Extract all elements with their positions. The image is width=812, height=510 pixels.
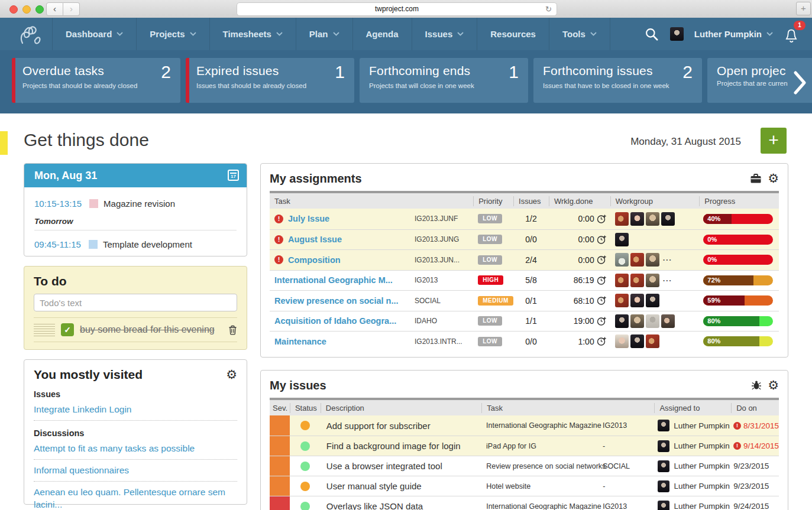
stat-card[interactable]: Forthcoming issues2Issues that have to b… — [533, 58, 702, 103]
browser-back-button[interactable]: ‹ — [46, 2, 63, 16]
task-link[interactable]: July Issue — [288, 214, 329, 223]
briefcase-icon[interactable] — [750, 173, 762, 184]
issue-task-name[interactable]: iPad App for IG — [486, 442, 536, 450]
issue-description[interactable]: Use a browser integrated tool — [321, 456, 481, 476]
task-link[interactable]: August Issue — [288, 235, 342, 244]
column-header[interactable]: Do on — [731, 403, 779, 413]
stat-card[interactable]: Expired issues1Issues that should be alr… — [186, 58, 354, 103]
avatar-red-hat-man[interactable] — [615, 212, 629, 226]
column-header[interactable]: Status — [290, 403, 321, 413]
avatar-red-hat-man[interactable] — [630, 253, 644, 267]
bug-icon[interactable] — [751, 380, 762, 391]
avatar-dark-man[interactable] — [658, 460, 669, 472]
status-dot[interactable] — [300, 502, 310, 510]
twproject-logo[interactable] — [15, 22, 45, 47]
task-link[interactable]: Acquisition of Idaho Geogra... — [274, 316, 396, 326]
add-button[interactable]: + — [761, 128, 787, 154]
search-icon[interactable] — [644, 27, 659, 42]
column-header[interactable]: Workgroup — [610, 196, 700, 206]
user-menu[interactable]: Luther Pumpkin — [694, 29, 773, 39]
visited-link[interactable]: Informal questionnaires — [34, 460, 237, 482]
status-dot[interactable] — [300, 441, 310, 451]
column-header[interactable]: Description — [321, 403, 481, 413]
gear-icon[interactable]: ⚙ — [768, 379, 779, 392]
issue-description[interactable]: Add support for subscriber — [321, 415, 481, 436]
avatar-dark-man[interactable] — [615, 314, 629, 328]
task-link[interactable]: Composition — [288, 255, 341, 265]
column-header[interactable]: Assigned to — [654, 403, 731, 413]
avatar-dark-man[interactable] — [658, 420, 669, 431]
todo-input[interactable] — [34, 294, 237, 311]
avatar-dark-man[interactable] — [646, 294, 659, 307]
avatar-totoro[interactable] — [615, 253, 629, 267]
url-bar[interactable]: twproject.com ↻ — [237, 2, 557, 16]
column-header[interactable]: Wrklg.done — [549, 196, 610, 206]
avatar-dark-haired-woman[interactable] — [630, 294, 644, 307]
nav-item-projects[interactable]: Projects — [137, 18, 209, 50]
issue-task-name[interactable]: Review presence on social networks — [486, 462, 606, 470]
column-header[interactable]: Issues — [513, 196, 549, 206]
task-link[interactable]: International Geographic M... — [274, 275, 393, 285]
status-dot[interactable] — [300, 421, 310, 430]
gear-icon[interactable]: ⚙ — [768, 173, 779, 185]
add-worklog-clock-icon[interactable] — [597, 275, 607, 285]
avatar-dark-man[interactable] — [658, 480, 669, 492]
drag-handle-icon[interactable] — [34, 324, 55, 336]
nav-item-plan[interactable]: Plan — [296, 18, 353, 50]
avatar-dark-man[interactable] — [658, 501, 669, 510]
gear-icon[interactable]: ⚙ — [226, 369, 237, 381]
avatar-placeholder[interactable] — [646, 314, 659, 328]
window-minimize-button[interactable] — [22, 5, 31, 14]
banner-next-arrow[interactable] — [793, 71, 807, 95]
nav-item-tools[interactable]: Tools — [549, 18, 610, 50]
nav-item-dashboard[interactable]: Dashboard — [52, 18, 137, 50]
nav-item-agenda[interactable]: Agenda — [353, 18, 412, 50]
avatar-sepia-woman[interactable] — [646, 212, 659, 226]
issue-task-name[interactable]: International Geographic Magazine — [486, 421, 601, 430]
issue-task-name[interactable]: Hotel website — [486, 482, 530, 490]
avatar-profile-woman[interactable] — [661, 314, 675, 328]
add-worklog-clock-icon[interactable] — [597, 336, 607, 346]
avatar-dark-man[interactable] — [658, 440, 669, 452]
avatar-dark-man[interactable] — [630, 334, 644, 348]
stat-card[interactable]: Overdue tasks2Projects that should be al… — [12, 58, 180, 103]
avatar-sepia-woman[interactable] — [646, 274, 659, 287]
avatar-sepia-woman[interactable] — [630, 314, 644, 328]
yellow-tab[interactable] — [0, 131, 8, 155]
avatar-sepia-woman[interactable] — [646, 253, 659, 267]
user-avatar[interactable] — [670, 27, 684, 41]
issue-description[interactable]: User manual style guide — [321, 476, 481, 496]
issue-description[interactable]: Overlays like JSON data — [321, 496, 481, 510]
add-worklog-clock-icon[interactable] — [597, 235, 607, 245]
stat-card[interactable]: Forthcoming ends1Projects that will clos… — [360, 58, 528, 103]
reload-icon[interactable]: ↻ — [545, 3, 552, 15]
column-header[interactable]: Task — [270, 196, 473, 206]
notifications-button[interactable]: 1 — [784, 24, 801, 44]
add-worklog-clock-icon[interactable] — [597, 316, 607, 326]
avatar-dark-man[interactable] — [615, 233, 629, 246]
issue-description[interactable]: Find a background image for login — [321, 436, 481, 456]
nav-item-issues[interactable]: Issues — [412, 18, 478, 50]
avatar-photo-woman[interactable] — [615, 334, 629, 348]
column-header[interactable]: Priority — [473, 196, 513, 206]
calendar-icon[interactable]: 17 — [228, 170, 239, 181]
avatar-red-hat-man[interactable] — [615, 294, 629, 307]
column-header[interactable]: Progress — [699, 196, 779, 206]
column-header[interactable]: Sev. — [270, 403, 290, 413]
todo-checkbox[interactable]: ✓ — [61, 323, 74, 336]
nav-item-timesheets[interactable]: Timesheets — [210, 18, 296, 50]
visited-link[interactable]: Integrate Linkedin Login — [34, 399, 237, 421]
task-link[interactable]: Review presence on social n... — [274, 296, 399, 306]
agenda-event[interactable]: 10:15-13:15Magazine revision — [34, 199, 237, 209]
visited-link[interactable]: Aenean eu leo quam. Pellentesque ornare … — [34, 482, 237, 510]
add-worklog-clock-icon[interactable] — [597, 214, 607, 224]
avatar-red-hat-man[interactable] — [646, 334, 659, 348]
window-zoom-button[interactable] — [35, 5, 44, 14]
status-dot[interactable] — [300, 462, 310, 471]
add-worklog-clock-icon[interactable] — [597, 295, 607, 306]
avatar-red-hat-man[interactable] — [615, 274, 629, 287]
trash-icon[interactable] — [228, 325, 237, 335]
browser-forward-button[interactable]: › — [63, 2, 80, 16]
avatar-red-hat-man[interactable] — [630, 274, 644, 287]
more-members[interactable]: ··· — [663, 276, 672, 285]
